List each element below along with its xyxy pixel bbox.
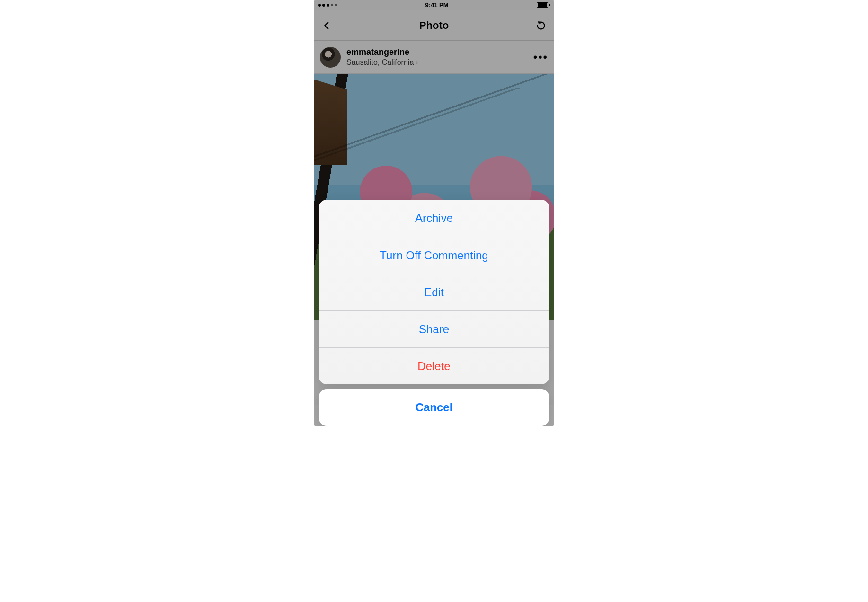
username-link[interactable]: emmatangerine — [346, 47, 528, 58]
action-turn-off-commenting[interactable]: Turn Off Commenting — [319, 237, 549, 274]
action-sheet: Archive Turn Off Commenting Edit Share D… — [319, 200, 549, 426]
signal-dots-icon — [318, 4, 337, 7]
status-time: 9:41 PM — [425, 1, 448, 9]
chevron-left-icon — [322, 20, 332, 31]
avatar[interactable] — [320, 47, 341, 68]
action-archive[interactable]: Archive — [319, 200, 549, 237]
phone-frame: 9:41 PM Photo emmatangerine Sausalito, C… — [314, 0, 554, 426]
chevron-right-icon: › — [416, 58, 418, 66]
navigation-bar: Photo — [314, 10, 554, 41]
location-label: Sausalito, California — [346, 58, 414, 67]
action-label: Archive — [415, 212, 453, 225]
action-delete[interactable]: Delete — [319, 347, 549, 384]
location-link[interactable]: Sausalito, California › — [346, 58, 528, 67]
battery-icon — [537, 2, 550, 8]
action-label: Turn Off Commenting — [380, 249, 488, 262]
action-label: Share — [419, 323, 449, 336]
status-bar: 9:41 PM — [314, 0, 554, 10]
refresh-button[interactable] — [535, 19, 547, 32]
refresh-icon — [536, 20, 546, 31]
cancel-button[interactable]: Cancel — [319, 389, 549, 426]
action-share[interactable]: Share — [319, 310, 549, 347]
action-edit[interactable]: Edit — [319, 274, 549, 310]
action-label: Edit — [424, 286, 443, 299]
post-header: emmatangerine Sausalito, California › ••… — [314, 41, 554, 74]
post-user-block: emmatangerine Sausalito, California › — [346, 47, 528, 67]
action-sheet-options: Archive Turn Off Commenting Edit Share D… — [319, 200, 549, 384]
back-button[interactable] — [321, 19, 333, 32]
action-label: Delete — [417, 360, 450, 373]
page-title: Photo — [419, 19, 449, 32]
cancel-label: Cancel — [416, 401, 453, 414]
